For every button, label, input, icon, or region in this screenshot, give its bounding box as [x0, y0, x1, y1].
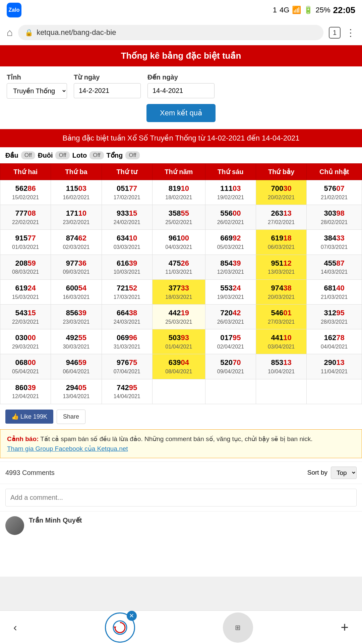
cell-date: 06/04/2021 — [53, 368, 99, 375]
status-left: Zalo — [7, 3, 21, 17]
col-thu2: Thứ hai — [0, 164, 51, 180]
table-cell: 5431522/03/2021 — [0, 304, 51, 329]
table-cell: 9157701/03/2021 — [0, 230, 51, 255]
table-cell: 9767507/04/2021 — [102, 354, 152, 379]
tab-loto-badge[interactable]: Off — [89, 151, 104, 159]
warning-bold: Cảnh báo: — [7, 435, 39, 442]
comment-content: Trần Minh Quyết — [29, 516, 82, 535]
tab-loto-label: Loto — [72, 152, 87, 159]
cell-number-red: 12 — [283, 259, 291, 267]
home-icon[interactable]: ⌂ — [7, 27, 13, 38]
plus-button[interactable]: + — [341, 620, 349, 635]
cell-number-red: 00 — [27, 333, 36, 342]
tab-counter[interactable]: 1 — [329, 27, 341, 39]
cell-date: 07/03/2021 — [309, 244, 360, 251]
cell-number-red: 39 — [27, 383, 36, 392]
table-cell: 5207009/04/2021 — [205, 354, 256, 379]
cell-date: 09/04/2021 — [207, 368, 254, 375]
like-button[interactable]: 👍 Like 199K — [5, 410, 53, 424]
search-button[interactable]: Xem kết quả — [146, 104, 216, 122]
battery-percent: 25% — [315, 6, 330, 14]
cell-number: 29013 — [324, 358, 345, 367]
cell-date: 14/04/2021 — [104, 393, 150, 400]
cell-number-red: 07 — [336, 184, 344, 193]
comment-input[interactable] — [5, 489, 357, 506]
fab-close-icon[interactable]: ✕ — [127, 611, 137, 621]
share-button[interactable]: Share — [57, 410, 85, 424]
tab-duoi-badge[interactable]: Off — [55, 151, 69, 159]
to-date-group: Đến ngày — [147, 73, 215, 99]
tabs-row: Đầu Off Đuôi Off Loto Off Tổng Off — [0, 147, 362, 163]
table-cell: 9465906/04/2021 — [51, 354, 102, 379]
from-date-input[interactable] — [74, 83, 141, 98]
cell-number: 61639 — [117, 259, 137, 267]
cell-number: 61918 — [271, 234, 292, 242]
table-cell: 1150316/02/2021 — [51, 180, 102, 205]
cell-number-red: 92 — [233, 234, 241, 242]
back-button[interactable]: ‹ — [13, 621, 17, 634]
cell-number: 20859 — [15, 259, 36, 267]
table-cell: 6163910/03/2021 — [102, 255, 152, 279]
cell-date: 21/03/2021 — [309, 293, 360, 301]
table-cell: 9511213/03/2021 — [256, 255, 306, 279]
second-fab[interactable]: ⊞ — [223, 612, 253, 643]
table-cell: 5039301/04/2021 — [152, 329, 205, 354]
cell-number: 70030 — [271, 184, 292, 193]
table-cell: 5760721/02/2021 — [307, 180, 362, 205]
cell-date: 09/03/2021 — [53, 268, 99, 276]
cell-number-red: 01 — [283, 309, 291, 317]
cell-number: 49255 — [66, 333, 86, 342]
cell-date: 08/03/2021 — [2, 268, 49, 276]
cell-date: 13/04/2021 — [53, 393, 99, 400]
cell-number: 31295 — [324, 309, 345, 317]
table-cell: 7770822/02/2021 — [0, 205, 51, 230]
cell-date: 03/03/2021 — [104, 244, 150, 251]
lock-icon: 🔒 — [25, 29, 33, 37]
table-cell: 2631327/02/2021 — [256, 205, 306, 230]
page-title: Thống kê bảng đặc biệt tuần — [0, 45, 362, 66]
facebook-group-link[interactable]: Tham gia Group Facebook của Ketqua.net — [7, 445, 355, 452]
cell-date: 29/03/2021 — [2, 343, 49, 351]
cell-number: 93315 — [117, 209, 137, 217]
cell-number-red: 00 — [233, 209, 241, 217]
cell-date: 22/02/2021 — [2, 219, 49, 226]
table-cell: 8603912/04/2021 — [0, 379, 51, 404]
cell-number: 06996 — [117, 333, 137, 342]
bottom-bar: ‹ ✕ ⊞ + — [0, 610, 362, 644]
tab-tong-badge[interactable]: Off — [125, 151, 139, 159]
cell-number-red: 95 — [336, 309, 344, 317]
table-cell: 3585525/02/2021 — [152, 205, 205, 230]
tab-dau-badge[interactable]: Off — [21, 151, 35, 159]
url-text: ketqua.net/bang-dac-bie — [37, 28, 116, 37]
table-cell: 1711023/02/2021 — [51, 205, 102, 230]
table-cell: 3773318/03/2021 — [152, 279, 205, 304]
cell-number: 47526 — [169, 259, 189, 267]
table-cell: 5460127/03/2021 — [256, 304, 306, 329]
cell-number: 03000 — [15, 333, 36, 342]
cell-number-red: 87 — [336, 259, 344, 267]
filter-row: Tỉnh Truyền Thống Từ ngày Đến ngày — [7, 73, 355, 99]
cell-date: 03/04/2021 — [258, 343, 304, 351]
cell-date: 02/03/2021 — [53, 244, 99, 251]
fab-button[interactable]: ✕ — [105, 612, 135, 643]
table-cell: 6699205/03/2021 — [205, 230, 256, 255]
to-date-input[interactable] — [147, 83, 215, 98]
cell-number: 54601 — [271, 309, 292, 317]
cell-number: 85639 — [66, 309, 86, 317]
url-bar[interactable]: 🔒 ketqua.net/bang-dac-bie — [18, 25, 323, 40]
from-date-label: Từ ngày — [74, 73, 141, 81]
table-cell: 7215217/03/2021 — [102, 279, 152, 304]
to-date-label: Đến ngày — [147, 73, 215, 81]
cell-number: 81910 — [169, 184, 189, 193]
cell-date: 07/04/2021 — [104, 368, 150, 375]
table-cell: 7003020/02/2021 — [256, 180, 306, 205]
cell-number: 97736 — [66, 259, 86, 267]
browser-menu-icon[interactable]: ⋮ — [346, 27, 355, 38]
cell-date: 14/03/2021 — [309, 268, 360, 276]
cell-number: 72042 — [220, 309, 241, 317]
tinh-select[interactable]: Truyền Thống — [7, 83, 67, 99]
svg-marker-1 — [114, 627, 116, 629]
table-cell: 8191018/02/2021 — [152, 180, 205, 205]
table-container: Thứ hai Thứ ba Thứ tư Thứ năm Thứ sáu Th… — [0, 163, 362, 404]
sort-select[interactable]: Top — [331, 467, 357, 479]
